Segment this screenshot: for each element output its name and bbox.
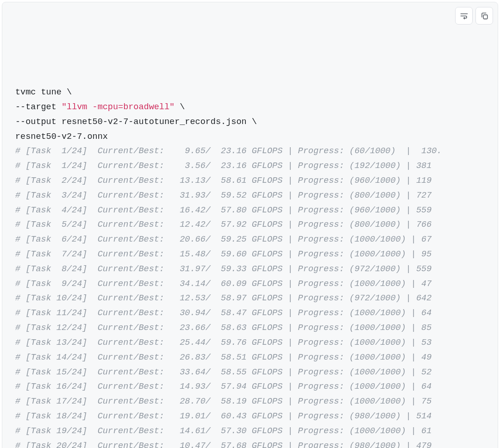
copy-button[interactable] — [475, 7, 493, 25]
wrap-button[interactable] — [455, 7, 473, 25]
output-line: # [Task 1/24] Current/Best: 3.56/ 23.16 … — [15, 161, 431, 171]
cmd-line-3: --output resnet50-v2-7-autotuner_records… — [15, 117, 257, 127]
svg-rect-1 — [483, 15, 488, 19]
cmd-target-string: "llvm -mcpu=broadwell" — [62, 102, 175, 112]
output-line: # [Task 17/24] Current/Best: 28.70/ 58.1… — [15, 397, 431, 406]
output-line: # [Task 15/24] Current/Best: 33.64/ 58.5… — [15, 367, 431, 377]
output-line: # [Task 1/24] Current/Best: 9.65/ 23.16 … — [15, 146, 442, 156]
cmd-line-2-pre: --target — [15, 102, 62, 112]
output-line: # [Task 14/24] Current/Best: 26.83/ 58.5… — [15, 353, 431, 362]
output-line: # [Task 10/24] Current/Best: 12.53/ 58.9… — [15, 293, 431, 303]
cmd-line-2-post: \ — [175, 102, 185, 112]
cmd-line-1: tvmc tune \ — [15, 87, 72, 97]
output-line: # [Task 4/24] Current/Best: 16.42/ 57.80… — [15, 205, 431, 215]
wrap-icon — [460, 12, 469, 20]
output-line: # [Task 5/24] Current/Best: 12.42/ 57.92… — [15, 220, 431, 230]
output-line: # [Task 7/24] Current/Best: 15.48/ 59.60… — [15, 249, 431, 259]
cmd-line-4: resnet50-v2-7.onnx — [15, 132, 108, 142]
output-line: # [Task 2/24] Current/Best: 13.13/ 58.61… — [15, 176, 431, 186]
output-line: # [Task 19/24] Current/Best: 14.61/ 57.3… — [15, 426, 431, 436]
output-line: # [Task 12/24] Current/Best: 23.66/ 58.6… — [15, 323, 431, 333]
output-line: # [Task 6/24] Current/Best: 20.66/ 59.25… — [15, 235, 431, 244]
code-content: tvmc tune \ --target "llvm -mcpu=broadwe… — [15, 85, 498, 448]
code-toolbar — [455, 7, 493, 25]
output-line: # [Task 16/24] Current/Best: 14.93/ 57.9… — [15, 382, 431, 392]
code-block: tvmc tune \ --target "llvm -mcpu=broadwe… — [2, 2, 498, 448]
output-line: # [Task 8/24] Current/Best: 31.97/ 59.33… — [15, 264, 431, 274]
output-line: # [Task 3/24] Current/Best: 31.93/ 59.52… — [15, 191, 431, 200]
output-line: # [Task 11/24] Current/Best: 30.94/ 58.4… — [15, 308, 431, 318]
output-line: # [Task 20/24] Current/Best: 10.47/ 57.6… — [15, 441, 431, 448]
copy-icon — [480, 12, 489, 20]
output-line: # [Task 13/24] Current/Best: 25.44/ 59.7… — [15, 338, 431, 348]
output-line: # [Task 18/24] Current/Best: 19.01/ 60.4… — [15, 411, 431, 421]
output-line: # [Task 9/24] Current/Best: 34.14/ 60.09… — [15, 279, 431, 289]
